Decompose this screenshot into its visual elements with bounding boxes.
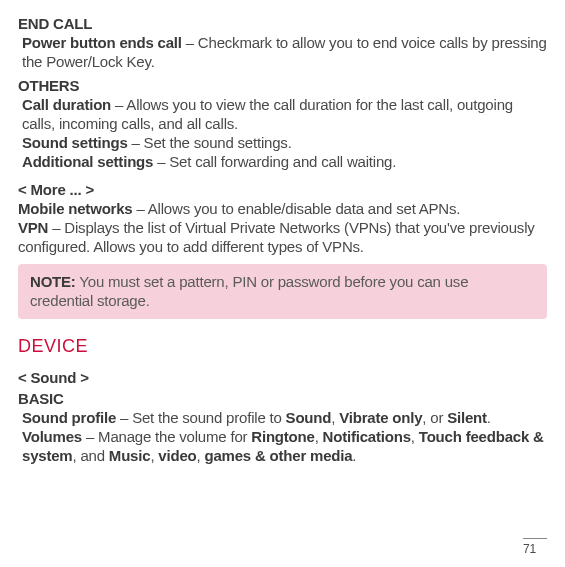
item-label: Sound profile [22, 409, 116, 426]
item-label: Call duration [22, 96, 111, 113]
item-power-button-ends-call: Power button ends call – Checkmark to al… [18, 33, 547, 71]
note-label: NOTE: [30, 273, 76, 290]
opt-vibrate-only: Vibrate only [339, 409, 422, 426]
note-text: You must set a pattern, PIN or password … [30, 273, 468, 309]
t: , and [73, 447, 109, 464]
item-desc: – Set the sound settings. [128, 134, 292, 151]
t: . [487, 409, 491, 426]
item-label: Volumes [22, 428, 82, 445]
item-mobile-networks: Mobile networks – Allows you to enable/d… [18, 199, 547, 218]
page-number: 71 [523, 542, 547, 557]
opt-games-media: games & other media [204, 447, 352, 464]
footer-rule [523, 538, 547, 539]
item-label: Power button ends call [22, 34, 182, 51]
heading-device: DEVICE [18, 335, 547, 358]
item-desc: – Allows you to enable/disable data and … [133, 200, 461, 217]
page-footer: 71 [523, 538, 547, 557]
t: , [315, 428, 323, 445]
item-sound-settings: Sound settings – Set the sound settings. [18, 133, 547, 152]
t: – Manage the volume for [82, 428, 251, 445]
opt-video: video [158, 447, 196, 464]
opt-sound: Sound [286, 409, 332, 426]
t: , or [422, 409, 447, 426]
item-desc: – Displays the list of Virtual Private N… [18, 219, 535, 255]
heading-end-call: END CALL [18, 14, 547, 33]
heading-basic: BASIC [18, 389, 547, 408]
item-label: Additional settings [22, 153, 153, 170]
t: , [331, 409, 339, 426]
item-sound-profile: Sound profile – Set the sound profile to… [18, 408, 547, 427]
opt-ringtone: Ringtone [251, 428, 314, 445]
opt-notifications: Notifications [323, 428, 411, 445]
item-vpn: VPN – Displays the list of Virtual Priva… [18, 218, 547, 256]
opt-silent: Silent [447, 409, 487, 426]
item-label: Sound settings [22, 134, 128, 151]
item-label: VPN [18, 219, 48, 236]
t: , [411, 428, 419, 445]
item-call-duration: Call duration – Allows you to view the c… [18, 95, 547, 133]
t: . [352, 447, 356, 464]
note-box: NOTE: You must set a pattern, PIN or pas… [18, 264, 547, 318]
heading-others: OTHERS [18, 76, 547, 95]
item-label: Mobile networks [18, 200, 133, 217]
item-volumes: Volumes – Manage the volume for Ringtone… [18, 427, 547, 465]
item-additional-settings: Additional settings – Set call forwardin… [18, 152, 547, 171]
opt-music: Music [109, 447, 151, 464]
item-desc: – Set call forwarding and call waiting. [153, 153, 396, 170]
heading-more: < More ... > [18, 180, 547, 199]
t: – Set the sound profile to [116, 409, 286, 426]
heading-sound: < Sound > [18, 368, 547, 387]
